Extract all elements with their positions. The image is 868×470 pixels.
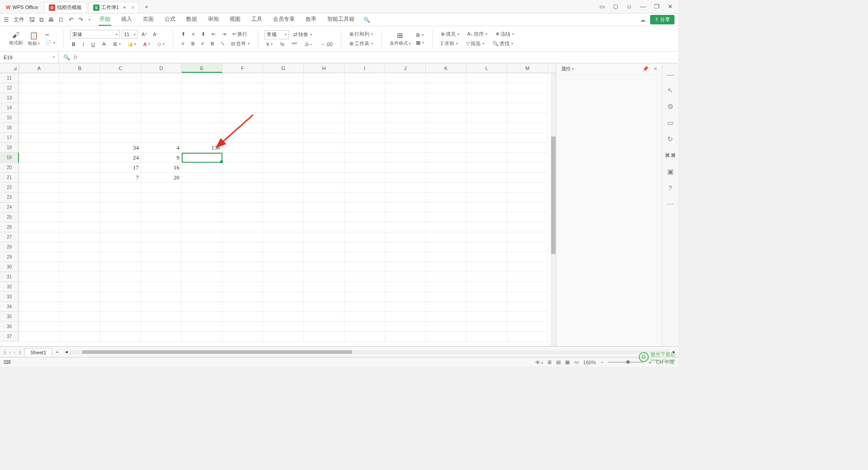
- cell[interactable]: [426, 143, 467, 153]
- cell[interactable]: [141, 202, 182, 212]
- cell[interactable]: [344, 153, 385, 163]
- hamburger-icon[interactable]: ☰: [4, 16, 9, 23]
- cell[interactable]: [385, 73, 426, 83]
- cell[interactable]: [19, 312, 60, 322]
- cell[interactable]: 4: [141, 143, 182, 153]
- cell[interactable]: [182, 282, 222, 292]
- cell[interactable]: [222, 153, 263, 163]
- cell[interactable]: [304, 292, 344, 302]
- cell[interactable]: [507, 193, 548, 202]
- cell[interactable]: [304, 173, 344, 183]
- cell[interactable]: [344, 93, 385, 103]
- align-center-button[interactable]: ≣: [189, 40, 197, 47]
- fx-icon[interactable]: fx: [74, 54, 78, 61]
- row-header[interactable]: 11: [0, 73, 19, 83]
- cell[interactable]: [60, 163, 100, 173]
- cell[interactable]: [304, 242, 344, 252]
- cell[interactable]: [467, 113, 507, 123]
- cell[interactable]: [263, 302, 304, 312]
- cell[interactable]: [304, 73, 344, 83]
- cell[interactable]: [385, 173, 426, 183]
- cell[interactable]: [100, 73, 141, 83]
- cell[interactable]: [507, 173, 548, 183]
- cell[interactable]: [507, 73, 548, 83]
- cell[interactable]: [182, 332, 222, 342]
- cell[interactable]: [141, 312, 182, 322]
- cell[interactable]: [426, 193, 467, 202]
- cell[interactable]: [304, 272, 344, 282]
- tab-template[interactable]: D找稻壳模板: [44, 2, 87, 13]
- cell[interactable]: [507, 262, 548, 272]
- cell[interactable]: [222, 232, 263, 242]
- cell[interactable]: [263, 193, 304, 202]
- cell[interactable]: [222, 133, 263, 143]
- font-size-select[interactable]: 11▾: [122, 30, 138, 39]
- font-select[interactable]: 宋体▾: [70, 30, 120, 39]
- cell[interactable]: [100, 93, 141, 103]
- cell[interactable]: [263, 242, 304, 252]
- cell[interactable]: [304, 133, 344, 143]
- border-button[interactable]: ⊞▾: [111, 41, 123, 47]
- cell[interactable]: [344, 252, 385, 262]
- cell[interactable]: [222, 272, 263, 282]
- name-box[interactable]: E19▾: [0, 52, 59, 63]
- indent-right-button[interactable]: ⇥: [220, 30, 228, 38]
- cell[interactable]: [304, 153, 344, 163]
- cell[interactable]: [222, 262, 263, 272]
- link-icon[interactable]: ⧉: [39, 16, 43, 24]
- cell[interactable]: [182, 73, 222, 83]
- cell[interactable]: [385, 302, 426, 312]
- cell[interactable]: [141, 113, 182, 123]
- cell[interactable]: [426, 252, 467, 262]
- cell[interactable]: [304, 252, 344, 262]
- copy-button[interactable]: 📄▾: [43, 39, 57, 46]
- cell[interactable]: [507, 212, 548, 222]
- cell[interactable]: [141, 242, 182, 252]
- currency-button[interactable]: ¥▾: [264, 41, 274, 47]
- cell[interactable]: [222, 212, 263, 222]
- row-header[interactable]: 12: [0, 83, 19, 93]
- cell[interactable]: [222, 292, 263, 302]
- row-header[interactable]: 18: [0, 143, 19, 153]
- cell[interactable]: [19, 143, 60, 153]
- cell[interactable]: 9: [141, 153, 182, 163]
- cell[interactable]: [60, 212, 100, 222]
- cell[interactable]: [304, 282, 344, 292]
- fill-color-button[interactable]: ◪▾: [126, 41, 138, 47]
- cell[interactable]: [60, 103, 100, 113]
- cell[interactable]: [467, 252, 507, 262]
- cell[interactable]: [507, 133, 548, 143]
- cell[interactable]: [344, 113, 385, 123]
- cell[interactable]: [100, 322, 141, 332]
- cell[interactable]: [60, 193, 100, 202]
- cell[interactable]: [60, 272, 100, 282]
- layout2-icon[interactable]: ▣: [667, 168, 674, 176]
- bold-button[interactable]: B: [70, 41, 77, 47]
- cell[interactable]: 17: [100, 163, 141, 173]
- row-header[interactable]: 22: [0, 183, 19, 193]
- cell[interactable]: [507, 272, 548, 282]
- justify-button[interactable]: ≣: [208, 40, 216, 47]
- cell[interactable]: [19, 202, 60, 212]
- cell[interactable]: [304, 193, 344, 202]
- cell[interactable]: [467, 212, 507, 222]
- cell[interactable]: [263, 282, 304, 292]
- cell[interactable]: [60, 113, 100, 123]
- cell-style-button[interactable]: ▦▾: [414, 39, 426, 46]
- cell[interactable]: [344, 322, 385, 332]
- cell[interactable]: [344, 272, 385, 282]
- row-header[interactable]: 21: [0, 173, 19, 183]
- collapse-icon[interactable]: —: [667, 70, 674, 78]
- cell[interactable]: [182, 202, 222, 212]
- format-painter-button[interactable]: 🖌格式刷: [7, 30, 24, 47]
- menu-数据[interactable]: 数据: [185, 14, 198, 26]
- cell[interactable]: [60, 93, 100, 103]
- cell[interactable]: [19, 73, 60, 83]
- cell[interactable]: [426, 242, 467, 252]
- cell[interactable]: [426, 123, 467, 133]
- cell[interactable]: [222, 193, 263, 202]
- cell[interactable]: [141, 83, 182, 93]
- cell[interactable]: [263, 143, 304, 153]
- cell[interactable]: [19, 83, 60, 93]
- tools-icon[interactable]: ✖✖: [665, 151, 676, 160]
